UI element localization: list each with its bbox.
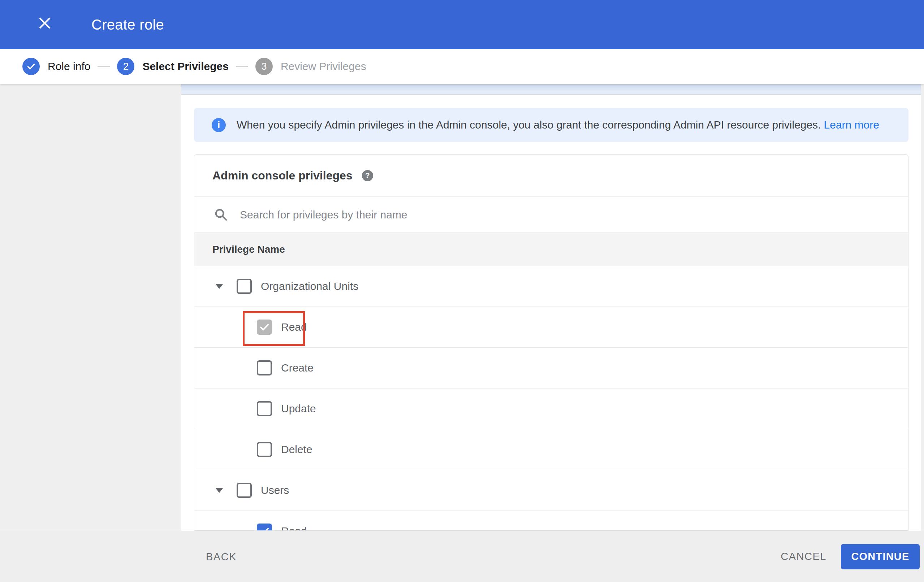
continue-button[interactable]: CONTINUE [841, 544, 920, 569]
page-title: Create role [91, 0, 164, 49]
check-icon [259, 525, 270, 531]
step-connector [236, 66, 248, 67]
collapse-arrow-icon[interactable] [215, 284, 223, 289]
search-input[interactable] [240, 209, 782, 221]
checkbox-users-read-checked[interactable] [257, 524, 272, 531]
app-bar: Create role [0, 0, 924, 49]
table-row-organizational-units: Organizational Units [194, 266, 908, 307]
stepper: Role info 2 Select Privileges 3 Review P… [0, 49, 924, 84]
checkbox-create[interactable] [257, 360, 272, 376]
search-row [194, 197, 908, 233]
row-label: Update [281, 402, 316, 415]
checkbox-delete[interactable] [257, 442, 272, 457]
banner-message: When you specify Admin privileges in the… [237, 119, 821, 131]
row-label: Read [281, 525, 307, 531]
step-label: Role info [48, 60, 90, 73]
table-header-row: Privilege Name [194, 233, 908, 266]
search-icon [214, 208, 228, 221]
check-icon [26, 62, 36, 71]
scrolled-content-edge [182, 84, 921, 95]
step-review-privileges[interactable]: 3 Review Privileges [256, 58, 366, 75]
info-icon: i [212, 118, 226, 132]
step-select-privileges[interactable]: 2 Select Privileges [117, 58, 228, 75]
close-icon [37, 15, 52, 31]
cancel-button[interactable]: CANCEL [780, 551, 827, 562]
step-number-circle: 3 [256, 58, 273, 75]
row-label: Organizational Units [261, 280, 358, 292]
collapse-arrow-icon[interactable] [215, 488, 223, 493]
help-icon[interactable]: ? [362, 170, 373, 181]
create-role-dialog: Create role Role info 2 Select Privilege… [0, 0, 924, 582]
step-number-circle: 2 [117, 58, 134, 75]
right-gutter [921, 84, 924, 531]
info-banner: i When you specify Admin privileges in t… [194, 108, 909, 142]
admin-privileges-card: Admin console privileges ? Privilege Nam… [194, 154, 909, 531]
left-gutter [0, 84, 182, 531]
checkbox-users[interactable] [237, 483, 252, 498]
row-label: Read [281, 321, 307, 333]
body-region: i When you specify Admin privileges in t… [0, 84, 924, 531]
table-row-ou-read: Read [194, 307, 908, 348]
footer-actions: CANCEL CONTINUE [780, 544, 920, 569]
back-button[interactable]: BACK [206, 551, 237, 562]
checkbox-organizational-units[interactable] [237, 279, 252, 294]
table-row-ou-delete: Delete [194, 429, 908, 470]
check-icon [259, 322, 270, 333]
step-label: Select Privileges [142, 60, 228, 73]
step-label: Review Privileges [280, 60, 366, 73]
table-row-ou-create: Create [194, 348, 908, 389]
learn-more-link[interactable]: Learn more [824, 119, 879, 131]
step-complete-circle [22, 58, 40, 75]
card-title-row: Admin console privileges ? [194, 155, 908, 197]
row-label: Delete [281, 444, 312, 456]
step-role-info[interactable]: Role info [22, 58, 90, 75]
table-row-users: Users [194, 470, 908, 511]
column-header-privilege-name: Privilege Name [213, 244, 285, 255]
footer-bar: BACK CANCEL CONTINUE [0, 531, 924, 582]
banner-text: When you specify Admin privileges in the… [237, 119, 879, 131]
close-button[interactable] [36, 15, 53, 32]
row-label: Users [261, 484, 289, 496]
main-content: i When you specify Admin privileges in t… [182, 84, 921, 531]
table-row-ou-update: Update [194, 389, 908, 429]
table-row-users-read: Read [194, 511, 908, 531]
checkbox-update[interactable] [257, 401, 272, 416]
card-title: Admin console privileges [213, 169, 353, 182]
checkbox-read-checked[interactable] [257, 320, 272, 335]
row-label: Create [281, 362, 314, 374]
step-connector [97, 66, 110, 67]
